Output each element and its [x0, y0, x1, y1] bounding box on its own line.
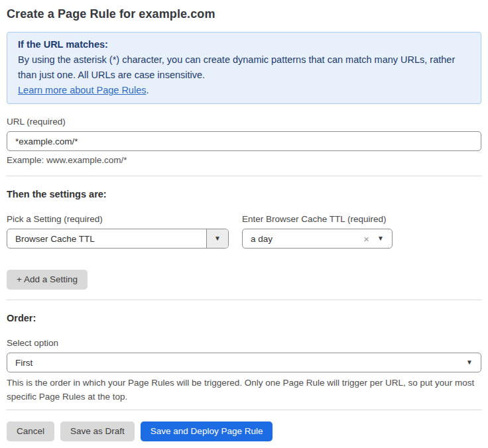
setting-picker-label: Pick a Setting (required) — [7, 213, 229, 225]
chevron-down-icon: ▼ — [214, 235, 221, 242]
url-field-label: URL (required) — [7, 116, 481, 127]
setting-picker-value: Browser Cache TTL — [7, 234, 206, 244]
save-and-deploy-button[interactable]: Save and Deploy Page Rule — [141, 421, 273, 441]
url-match-info-box: If the URL matches: By using the asteris… — [7, 32, 481, 104]
footer-divider — [7, 410, 481, 410]
chevron-down-icon: ▼ — [462, 359, 481, 366]
url-field-helper: Example: www.example.com/* — [7, 154, 481, 166]
ttl-field: Enter Browser Cache TTL (required) a day… — [242, 201, 393, 249]
ttl-value: a day — [243, 234, 363, 244]
link-suffix: . — [146, 85, 149, 95]
info-box-body: By using the asterisk (*) character, you… — [18, 52, 470, 83]
learn-more-link[interactable]: Learn more about Page Rules — [18, 85, 146, 95]
create-page-rule-form: Create a Page Rule for example.com If th… — [0, 0, 488, 448]
order-select-label: Select option — [7, 337, 481, 349]
footer-actions: Cancel Save as Draft Save and Deploy Pag… — [7, 421, 481, 441]
section-divider — [7, 300, 481, 300]
add-setting-button[interactable]: + Add a Setting — [7, 270, 88, 290]
setting-picker-select[interactable]: Browser Cache TTL ▼ — [7, 229, 229, 249]
page-title: Create a Page Rule for example.com — [7, 6, 481, 22]
ttl-label: Enter Browser Cache TTL (required) — [242, 213, 393, 225]
order-select[interactable]: First ▼ — [7, 353, 481, 372]
settings-row: Pick a Setting (required) Browser Cache … — [7, 201, 481, 249]
setting-picker-field: Pick a Setting (required) Browser Cache … — [7, 201, 229, 249]
chevron-down-icon: ▼ — [373, 235, 392, 242]
info-box-link-line: Learn more about Page Rules. — [18, 83, 470, 98]
order-section-heading: Order: — [7, 311, 481, 325]
section-divider — [7, 176, 481, 176]
order-helper-text: This is the order in which your Page Rul… — [7, 376, 481, 404]
url-input[interactable] — [7, 131, 481, 151]
settings-section-heading: Then the settings are: — [7, 188, 481, 201]
ttl-select[interactable]: a day × ▼ — [242, 229, 393, 249]
clear-icon[interactable]: × — [363, 234, 373, 244]
cancel-button[interactable]: Cancel — [7, 421, 54, 441]
info-box-heading: If the URL matches: — [18, 37, 470, 52]
setting-picker-arrow-segment[interactable]: ▼ — [206, 229, 228, 248]
order-select-value: First — [7, 358, 462, 368]
save-as-draft-button[interactable]: Save as Draft — [60, 421, 135, 441]
